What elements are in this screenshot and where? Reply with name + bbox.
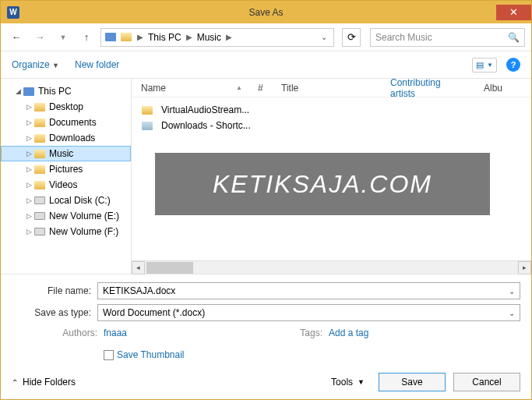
scroll-right-arrow[interactable]: ▸ (518, 261, 531, 274)
pc-icon (104, 31, 117, 44)
column-contributing-artists[interactable]: Contributing artists (390, 77, 484, 99)
shortcut-icon (141, 120, 153, 131)
save-thumbnail-label: Save Thumbnail (117, 349, 185, 360)
folder-icon (141, 104, 153, 115)
save-as-type-select[interactable]: Word Document (*.docx)⌄ (97, 304, 520, 321)
refresh-button[interactable]: ⟳ (342, 28, 361, 47)
breadcrumb-this-pc[interactable]: This PC (146, 32, 183, 43)
navigation-bar: ← → ▼ ↑ ▶ This PC ▶ Music ▶ ⌄ ⟳ Search M… (1, 23, 531, 51)
chevron-right-icon: ▶ (183, 33, 196, 41)
tree-volume-f[interactable]: ▷New Volume (F:) (1, 224, 131, 239)
tree-music[interactable]: ▷Music (1, 146, 131, 161)
help-icon[interactable]: ? (506, 58, 520, 72)
breadcrumb-music[interactable]: Music (196, 32, 223, 43)
tree-desktop[interactable]: ▷Desktop (1, 99, 131, 115)
chevron-down-icon[interactable]: ⌄ (509, 309, 515, 317)
save-thumbnail-checkbox[interactable] (104, 350, 114, 360)
navigation-tree: ◢This PC ▷Desktop ▷Documents ▷Downloads … (1, 79, 132, 274)
new-folder-button[interactable]: New folder (75, 59, 119, 70)
list-item[interactable]: VirtualAudioStream... (141, 102, 531, 118)
tree-downloads[interactable]: ▷Downloads (1, 130, 131, 146)
back-button[interactable]: ← (7, 28, 26, 47)
tools-button[interactable]: Tools▼ (325, 377, 371, 388)
tree-videos[interactable]: ▷Videos (1, 177, 131, 193)
address-bar[interactable]: ▶ This PC ▶ Music ▶ ⌄ (100, 28, 334, 47)
music-folder-icon (120, 31, 132, 44)
organize-button[interactable]: Organize ▼ (12, 59, 59, 70)
word-app-icon: W (7, 6, 19, 19)
column-title[interactable]: Title (281, 83, 390, 94)
watermark-overlay: KETIKSAJA.COM (155, 153, 490, 215)
horizontal-scrollbar[interactable]: ◂ ▸ (132, 260, 531, 274)
search-placeholder: Search Music (375, 32, 432, 43)
tree-local-disk-c[interactable]: ▷Local Disk (C:) (1, 193, 131, 208)
tags-value[interactable]: Add a tag (329, 327, 368, 338)
authors-label: Authors: (55, 327, 97, 338)
authors-value[interactable]: fnaaa (104, 327, 127, 338)
save-button[interactable]: Save (379, 373, 446, 391)
list-item[interactable]: Downloads - Shortc... (141, 118, 531, 133)
file-list-panel: Name▲ # Title Contributing artists Albu … (132, 79, 531, 274)
tags-label: Tags: (295, 327, 322, 338)
tree-pictures[interactable]: ▷Pictures (1, 161, 131, 177)
view-options-button[interactable]: ▤▼ (472, 58, 497, 73)
search-icon: 🔍 (508, 32, 520, 43)
column-headers: Name▲ # Title Contributing artists Albu (132, 79, 531, 97)
tree-documents[interactable]: ▷Documents (1, 115, 131, 130)
save-as-type-label: Save as type: (12, 307, 97, 318)
titlebar: W Save As ✕ (1, 1, 531, 23)
address-dropdown[interactable]: ⌄ (316, 33, 332, 41)
up-button[interactable]: ↑ (77, 28, 96, 47)
forward-button: → (30, 28, 49, 47)
chevron-right-icon: ▶ (134, 33, 146, 41)
chevron-down-icon[interactable]: ⌄ (509, 287, 515, 296)
close-button[interactable]: ✕ (496, 5, 531, 20)
cancel-button[interactable]: Cancel (453, 373, 520, 391)
footer: ⌃ Hide Folders Tools▼ Save Cancel (1, 365, 531, 399)
hide-folders-button[interactable]: ⌃ Hide Folders (12, 377, 76, 388)
bottom-panel: File name: KETIKSAJA.docx⌄ Save as type:… (1, 274, 531, 365)
file-list: VirtualAudioStream... Downloads - Shortc… (132, 97, 531, 133)
chevron-up-icon: ⌃ (12, 378, 18, 387)
search-input[interactable]: Search Music 🔍 (370, 28, 525, 47)
column-num[interactable]: # (258, 83, 281, 94)
column-album[interactable]: Albu (484, 83, 518, 94)
dialog-title: Save As (248, 7, 283, 18)
tree-volume-e[interactable]: ▷New Volume (E:) (1, 208, 131, 224)
filename-label: File name: (12, 285, 97, 296)
chevron-right-icon: ▶ (223, 33, 235, 41)
save-as-dialog: W Save As ✕ ← → ▼ ↑ ▶ This PC ▶ Music ▶ … (0, 0, 532, 400)
filename-input[interactable]: KETIKSAJA.docx⌄ (97, 282, 520, 299)
tree-this-pc[interactable]: ◢This PC (1, 83, 131, 99)
recent-locations-button[interactable]: ▼ (54, 28, 72, 47)
column-name[interactable]: Name▲ (141, 83, 258, 94)
body: ◢This PC ▷Desktop ▷Documents ▷Downloads … (1, 78, 531, 274)
toolbar: Organize ▼ New folder ▤▼ ? (1, 51, 531, 78)
scroll-thumb[interactable] (146, 262, 193, 274)
scroll-left-arrow[interactable]: ◂ (132, 261, 145, 274)
